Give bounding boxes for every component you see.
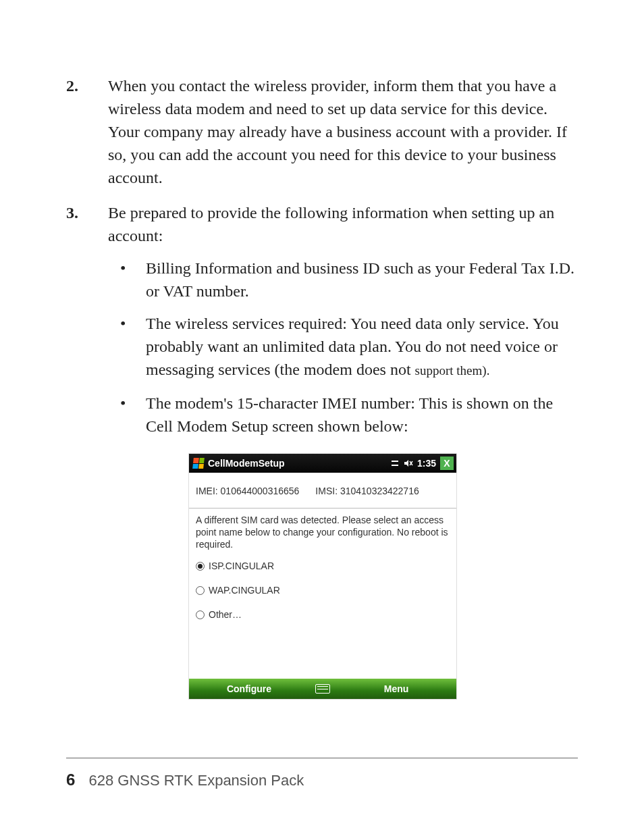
ordered-item-3: 3. Be prepared to provide the following …: [66, 201, 578, 699]
page-number: 6: [66, 771, 75, 789]
radio-label: WAP.CINGULAR: [209, 579, 280, 602]
soft-key-bar: Configure Menu: [189, 679, 456, 699]
radio-icon: [196, 610, 205, 619]
connection-icon: [390, 459, 400, 467]
apn-radio-isp-cingular[interactable]: ISP.CINGULAR: [196, 554, 450, 577]
bullet-item: • The wireless services required: You ne…: [108, 312, 578, 382]
bullet-item: • Billing Information and business ID su…: [108, 257, 578, 303]
footer-title: 628 GNSS RTK Expansion Pack: [88, 772, 304, 789]
window-title: CellModemSetup: [208, 452, 285, 475]
bullet-mark: •: [108, 257, 146, 303]
imsi-field: IMSI: 310410323422716: [315, 479, 419, 502]
close-button[interactable]: X: [440, 457, 454, 470]
titlebar: CellModemSetup 1:35 X: [189, 454, 456, 473]
bullet-text: The modem's 15-character IMEI number: Th…: [146, 392, 578, 438]
ordered-number: 2.: [66, 74, 108, 189]
apn-radio-other[interactable]: Other…: [196, 603, 450, 626]
ordered-text: Be prepared to provide the following inf…: [108, 204, 554, 244]
radio-icon: [196, 562, 205, 571]
radio-label: Other…: [209, 603, 242, 626]
configure-button[interactable]: Configure: [189, 677, 309, 700]
keyboard-icon: [315, 684, 330, 694]
cellmodemsetup-window: CellModemSetup 1:35 X I: [189, 454, 456, 699]
clock: 1:35: [417, 452, 436, 475]
bullet-text-main: The wireless services required: You need…: [146, 315, 559, 378]
divider: [189, 508, 456, 509]
bullet-text: Billing Information and business ID such…: [146, 257, 578, 303]
window-body: IMEI: 010644000316656 IMSI: 310410323422…: [189, 473, 456, 631]
ordered-number: 3.: [66, 201, 108, 699]
ordered-item-2: 2. When you contact the wireless provide…: [66, 74, 578, 189]
sim-detected-message: A different SIM card was detected. Pleas…: [196, 514, 450, 550]
status-tray: 1:35: [390, 452, 436, 475]
apn-radio-wap-cingular[interactable]: WAP.CINGULAR: [196, 579, 450, 602]
page-footer: 6 628 GNSS RTK Expansion Pack: [66, 771, 304, 789]
footer-rule: [66, 758, 578, 758]
radio-label: ISP.CINGULAR: [209, 554, 274, 577]
bullet-item: • The modem's 15-character IMEI number: …: [108, 392, 578, 438]
bullet-text-small: support them).: [415, 363, 490, 377]
ordered-body: Be prepared to provide the following inf…: [108, 201, 578, 699]
ordered-body: When you contact the wireless provider, …: [108, 74, 578, 189]
bullet-mark: •: [108, 312, 146, 382]
speaker-muted-icon: [404, 459, 413, 467]
embedded-screenshot: CellModemSetup 1:35 X I: [189, 454, 459, 699]
radio-icon: [196, 586, 205, 595]
bullet-text: The wireless services required: You need…: [146, 312, 578, 382]
windows-logo-icon: [192, 458, 205, 469]
imei-field: IMEI: 010644000316656: [196, 479, 299, 502]
bullet-mark: •: [108, 392, 146, 438]
keyboard-button[interactable]: [309, 684, 336, 694]
menu-button[interactable]: Menu: [336, 677, 456, 700]
